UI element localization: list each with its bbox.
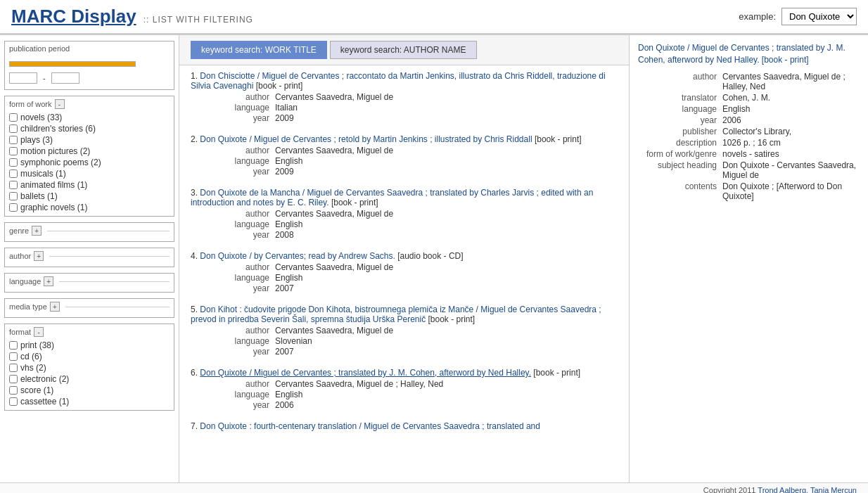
pub-max-input[interactable]: 2009 (51, 72, 79, 84)
right-meta-label: publisher (638, 127, 722, 136)
form-of-work-checkbox[interactable] (9, 113, 18, 122)
format-item-label[interactable]: cd (6) (20, 352, 42, 361)
form-of-work-checkbox[interactable] (9, 181, 18, 189)
author-toggle[interactable]: + (34, 251, 44, 261)
format-checkbox[interactable] (9, 375, 18, 383)
meta-value: 2009 (275, 167, 294, 177)
meta-row: authorCervantes Saavedra, Miguel de (219, 92, 618, 102)
format-checkbox[interactable] (9, 397, 18, 406)
right-meta-label: subject heading (638, 160, 722, 180)
form-of-work-section: form of work - novels (33)children's sto… (4, 96, 174, 217)
result-title-link[interactable]: Don Quixote de la Mancha / Miguel de Cer… (191, 188, 593, 207)
center-panel: keyword search: WORK TITLEkeyword search… (179, 35, 629, 482)
form-of-work-title: form of work - (9, 99, 170, 109)
meta-label: year (219, 283, 275, 293)
form-of-work-item-label[interactable]: motion pictures (2) (20, 146, 90, 156)
form-of-work-item-label[interactable]: graphic novels (1) (20, 203, 87, 212)
form-of-work-item-label[interactable]: animated films (1) (20, 180, 87, 190)
format-item-label[interactable]: vhs (2) (20, 363, 46, 373)
meta-row: languageEnglish (219, 219, 618, 229)
example-dropdown[interactable]: Don Quixote (781, 8, 857, 25)
meta-value: Slovenian (275, 336, 312, 346)
title-area: MARC Display :: LIST WITH FILTERING (11, 6, 253, 27)
result-title-link[interactable]: Don Quixote / Miguel de Cervantes ; tran… (200, 368, 531, 378)
result-format: [book - print] (426, 314, 475, 324)
form-of-work-item-label[interactable]: children's stories (6) (20, 124, 96, 134)
app-title: MARC Display (11, 6, 136, 27)
form-of-work-toggle[interactable]: - (55, 99, 65, 109)
format-checkbox[interactable] (9, 364, 18, 372)
format-checkbox[interactable] (9, 352, 18, 361)
format-item: electronic (2) (9, 373, 170, 385)
meta-label: year (219, 347, 275, 357)
form-of-work-checkbox[interactable] (9, 169, 18, 178)
footer-link-tanja[interactable]: Tanja Mercun (810, 486, 857, 493)
format-checkbox[interactable] (9, 386, 18, 395)
pub-slider[interactable] (9, 61, 136, 67)
meta-value: Cervantes Saavedra, Miguel de (275, 326, 393, 335)
meta-value: 2007 (275, 347, 294, 357)
media-type-toggle[interactable]: + (50, 302, 60, 312)
form-of-work-item-label[interactable]: symphonic poems (2) (20, 158, 101, 167)
result-number: 3. (191, 188, 200, 198)
result-number: 5. (191, 305, 200, 314)
format-item-label[interactable]: electronic (2) (20, 374, 69, 384)
form-of-work-item: animated films (1) (9, 179, 170, 191)
meta-value: Italian (275, 103, 298, 113)
meta-label: language (219, 219, 275, 229)
pub-min-input[interactable]: 1883 (9, 72, 37, 84)
meta-value: Cervantes Saavedra, Miguel de ; Halley, … (275, 379, 443, 389)
form-of-work-checkbox[interactable] (9, 136, 18, 144)
format-checkbox[interactable] (9, 341, 18, 350)
result-title-link[interactable]: Don Quixote / by Cervantes; read by Andr… (200, 251, 395, 261)
form-of-work-checkbox[interactable] (9, 147, 18, 155)
meta-value: Cervantes Saavedra, Miguel de (275, 262, 393, 272)
right-meta-value: Cervantes Saavedra, Miguel de ; Halley, … (722, 72, 860, 91)
meta-label: year (219, 167, 275, 177)
form-of-work-checkbox[interactable] (9, 158, 18, 167)
form-of-work-checkbox[interactable] (9, 203, 18, 212)
result-title-line: 3. Don Quixote de la Mancha / Miguel de … (191, 188, 618, 207)
right-meta-label: author (638, 72, 722, 91)
meta-row: languageEnglish (219, 390, 618, 399)
form-of-work-item-label[interactable]: plays (3) (20, 135, 53, 145)
form-of-work-item-label[interactable]: musicals (1) (20, 169, 66, 179)
form-of-work-item-label[interactable]: novels (33) (20, 113, 62, 122)
format-item: print (38) (9, 340, 170, 351)
meta-value: 2009 (275, 113, 294, 123)
result-meta: authorCervantes Saavedra, Miguel delangu… (219, 92, 618, 123)
form-of-work-list: novels (33)children's stories (6)plays (… (9, 112, 170, 213)
form-of-work-item-label[interactable]: ballets (1) (20, 191, 58, 201)
form-of-work-checkbox[interactable] (9, 192, 18, 200)
format-toggle[interactable]: - (34, 327, 44, 337)
meta-row: authorCervantes Saavedra, Miguel de (219, 262, 618, 272)
right-meta: authorCervantes Saavedra, Miguel de ; Ha… (638, 72, 860, 201)
form-of-work-item: plays (3) (9, 134, 170, 146)
meta-value: English (275, 219, 302, 229)
right-meta-value: Cohen, J. M. (722, 93, 860, 103)
right-meta-row: form of work/genrenovels - satires (638, 149, 860, 159)
search-tab[interactable]: keyword search: WORK TITLE (191, 41, 327, 59)
format-item-label[interactable]: print (38) (20, 340, 54, 350)
footer-link-trond[interactable]: Trond Aalberg (758, 486, 806, 493)
format-item-label[interactable]: score (1) (20, 385, 53, 395)
meta-label: author (219, 262, 275, 272)
format-item-label[interactable]: cassettee (1) (20, 397, 69, 406)
result-title-link[interactable]: Don Kihot : čudovite prigode Don Kihota,… (191, 305, 601, 324)
right-panel-title[interactable]: Don Quixote / Miguel de Cervantes ; tran… (638, 42, 860, 66)
right-meta-row: translatorCohen, J. M. (638, 93, 860, 103)
right-meta-row: year2006 (638, 115, 860, 125)
genre-toggle[interactable]: + (32, 226, 42, 236)
result-title-link[interactable]: Don Quixote : fourth-centenary translati… (200, 421, 540, 431)
meta-row: year2007 (219, 347, 618, 357)
example-area: example: Don Quixote (739, 8, 857, 25)
result-title-link[interactable]: Don Quixote / Miguel de Cervantes ; reto… (200, 134, 532, 144)
form-of-work-checkbox[interactable] (9, 124, 18, 133)
result-format: [book - print] (531, 368, 580, 378)
sidebar: publication period 1883 - 2009 form of w… (0, 35, 179, 482)
meta-label: author (219, 326, 275, 335)
language-toggle[interactable]: + (44, 276, 53, 286)
search-tabs: keyword search: WORK TITLEkeyword search… (179, 35, 629, 65)
right-meta-value: English (722, 104, 860, 114)
search-tab[interactable]: keyword search: AUTHOR NAME (330, 41, 477, 59)
